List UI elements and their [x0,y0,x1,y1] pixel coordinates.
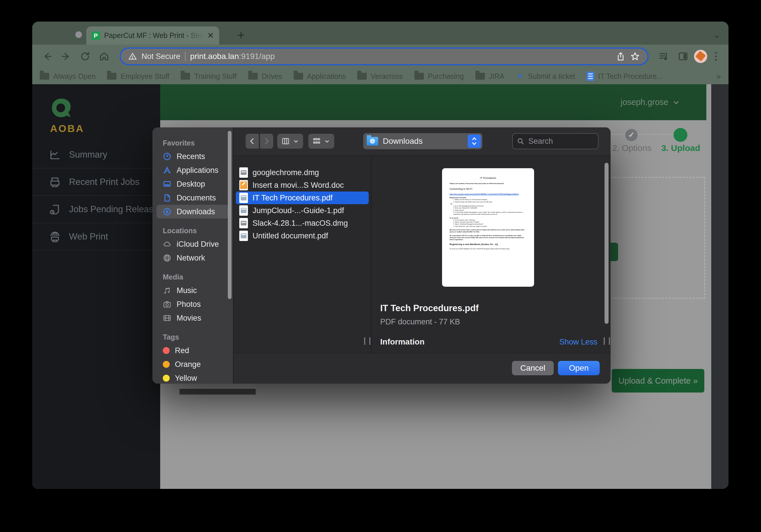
steps-connector [610,134,682,135]
sidebar-item-documents[interactable]: Documents [156,191,229,205]
nav-summary[interactable]: Summary [32,141,160,168]
thumbnail-line: Always ask students if they know their p… [449,183,527,185]
share-icon[interactable] [616,51,625,61]
bookmark-star-icon[interactable] [630,51,640,61]
page-margin [711,84,729,489]
sidebar-item-photos[interactable]: Photos [156,297,229,311]
thumbnail-line: 1. Make sure the iPad is on the Enrollme… [449,199,527,201]
sidebar-scrollbar[interactable] [228,131,232,299]
search-field[interactable] [512,133,599,149]
open-button[interactable]: Open [558,361,600,375]
sidebar-item-tag-red[interactable]: Red [156,344,229,357]
sidebar-item-movies[interactable]: Movies [156,311,229,325]
file-row[interactable]: Untitled document.pdf [236,229,369,242]
file-row[interactable]: googlechrome.dmg [236,166,369,179]
user-menu-chevron-icon[interactable] [673,99,680,106]
cloud-icon [163,240,171,249]
forward-button[interactable] [260,134,273,149]
step-upload-label: 3. Upload [659,143,702,153]
folder-icon [107,73,116,80]
back-button[interactable] [246,134,259,149]
back-icon[interactable] [39,48,55,64]
file-row[interactable]: Slack-4.28.1...-macOS.dmg [236,217,369,229]
chart-icon [49,149,61,161]
pane-resize-handle[interactable] [604,337,610,345]
side-panel-icon[interactable] [675,48,691,64]
cancel-button[interactable]: Cancel [512,361,554,375]
group-by-button[interactable] [308,134,334,149]
bookmark-folder[interactable]: Training Stuff [181,72,236,81]
bookmark-folder[interactable]: JIRA [475,72,504,81]
nav-jobs-pending-release[interactable]: Jobs Pending Release [32,196,160,223]
thumbnail-line: 4. Enter your Network ID: 23321506 [449,207,527,209]
search-input[interactable] [528,137,586,146]
profile-avatar[interactable] [694,50,707,63]
sidebar-item-icloud[interactable]: iCloud Drive [156,237,229,251]
location-dropdown[interactable]: Downloads [363,133,482,149]
pdf-thumbnail: IT ProceduresAlways ask students if they… [442,168,534,287]
app-nav: Summary Recent Print Jobs Jobs Pending R… [32,141,160,251]
location-stepper-icon[interactable] [468,135,481,148]
bookmark-it-procedures[interactable]: IT Tech Procedure... [587,72,663,81]
bookmark-submit-ticket[interactable]: Submit a ticket [516,72,575,81]
close-tab-icon[interactable]: ✕ [207,31,214,40]
thumbnail-line: QR code on the server rack is a direct l… [449,229,527,233]
bookmarks-overflow-icon[interactable]: » [716,71,721,81]
folder-icon [294,73,303,80]
new-tab-button[interactable]: + [234,28,249,43]
bookmark-folder[interactable]: Employee Stuff [107,72,169,81]
page-scrollbar[interactable] [706,86,711,488]
preview-scrollbar[interactable] [605,163,609,324]
bookmark-folder[interactable]: Purchasing [414,72,464,81]
information-label: Information [380,337,425,346]
bookmark-folder[interactable]: Veracross [357,72,403,81]
pdf-file-icon [239,231,248,241]
close-window-button[interactable] [75,31,82,38]
app-header: joseph.grose [160,84,706,120]
nav-recent-print-jobs[interactable]: Recent Print Jobs [32,168,160,196]
sidebar-item-recents[interactable]: Recents [156,149,229,163]
preview-kind: PDF document - 77 KB [380,318,597,326]
reload-icon[interactable] [77,48,93,64]
bookmark-folder[interactable]: Always Open [40,72,95,81]
address-bar[interactable]: Not Secure print.aoba.lan:9191/app [120,47,649,65]
finder-sidebar: Favorites Recents Applications Desktop [152,127,233,384]
tab-search-chevron-icon[interactable]: ⌄ [713,30,721,40]
thumbnail-line: Registering a new MacBook (Grades 04 - 1… [449,243,527,246]
forward-icon[interactable] [58,48,74,64]
username[interactable]: joseph.grose [621,97,669,107]
orange-tag-icon [163,361,170,368]
file-row-selected[interactable]: IT Tech Procedures.pdf [236,192,369,204]
sidebar-item-desktop[interactable]: Desktop [156,177,229,191]
file-row[interactable]: Insert a movi...S Word.doc [236,179,369,192]
security-label[interactable]: Not Secure [142,52,180,61]
preview-filename: IT Tech Procedures.pdf [380,303,597,314]
view-mode-button[interactable] [277,134,303,149]
browser-tab[interactable]: P PaperCut MF : Web Print - Step ✕ [86,27,219,44]
file-row[interactable]: JumpCloud-...-Guide-1.pdf [236,204,369,217]
sidebar-item-music[interactable]: Music [156,283,229,297]
sidebar-item-downloads[interactable]: Downloads [156,205,229,218]
bookmark-folder[interactable]: Drives [248,72,282,81]
url-text[interactable]: print.aoba.lan:9191/app [190,52,275,61]
sidebar-item-applications[interactable]: Applications [156,163,229,177]
folder-icon [181,73,190,80]
location-label: Downloads [383,137,423,146]
media-controls-icon[interactable] [656,48,672,64]
bookmark-folder[interactable]: Applications [294,72,346,81]
upload-complete-button[interactable]: Upload & Complete » [612,369,704,392]
sidebar-item-tag-yellow[interactable]: Yellow [156,371,229,384]
sidebar-item-network[interactable]: Network [156,251,229,265]
thumbnail-line: To enroll your child's MacBook into the … [449,248,527,250]
search-icon [517,138,524,145]
browser-menu-icon[interactable] [710,52,722,61]
show-less-link[interactable]: Show Less [559,338,597,346]
home-icon[interactable] [96,48,112,64]
sidebar-item-tag-orange[interactable]: Orange [156,357,229,371]
finder-main: Downloads googlechrome.dmg [233,127,611,384]
column-resize-handle[interactable] [364,337,371,345]
folder-icon [414,73,424,80]
drag-drop-zone[interactable] [604,177,705,299]
nav-web-print[interactable]: Web Print [32,223,160,251]
tab-strip: P PaperCut MF : Web Print - Step ✕ + ⌄ [32,22,729,44]
